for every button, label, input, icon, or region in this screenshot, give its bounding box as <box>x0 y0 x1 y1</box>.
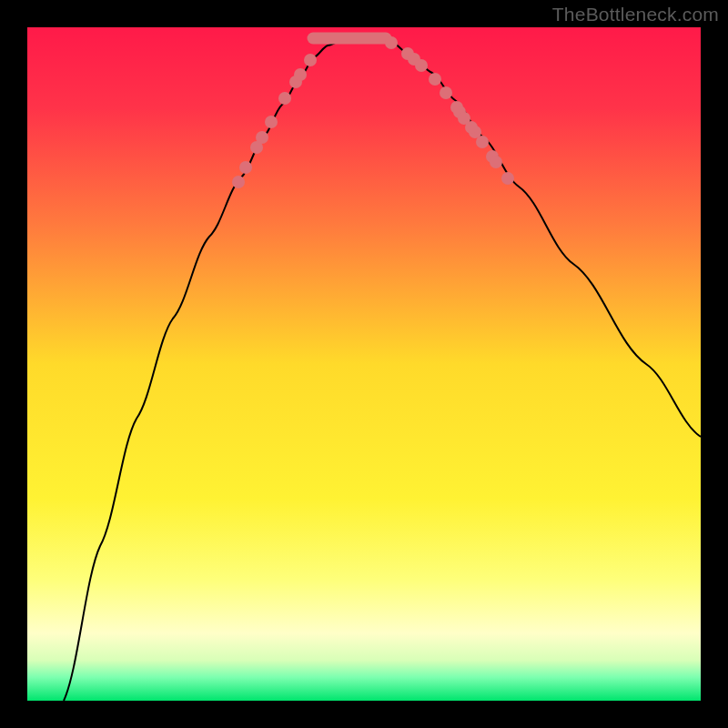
data-point <box>440 86 452 99</box>
data-point <box>385 36 398 49</box>
data-point <box>458 112 470 125</box>
data-point <box>232 176 245 188</box>
data-point <box>415 59 428 72</box>
chart-overlay <box>27 27 701 701</box>
data-point <box>239 161 252 174</box>
data-point <box>278 92 291 105</box>
data-point <box>265 116 278 128</box>
data-point <box>476 136 489 148</box>
data-point <box>429 73 441 86</box>
data-point <box>256 131 268 144</box>
plot-area <box>27 27 701 701</box>
chart-frame: TheBottleneck.com <box>0 0 728 728</box>
data-point <box>304 54 317 66</box>
data-point <box>294 68 307 81</box>
data-points <box>232 36 514 188</box>
bottleneck-curve <box>64 36 701 701</box>
data-point <box>490 156 502 168</box>
watermark-text: TheBottleneck.com <box>552 4 719 25</box>
data-point <box>501 172 514 185</box>
